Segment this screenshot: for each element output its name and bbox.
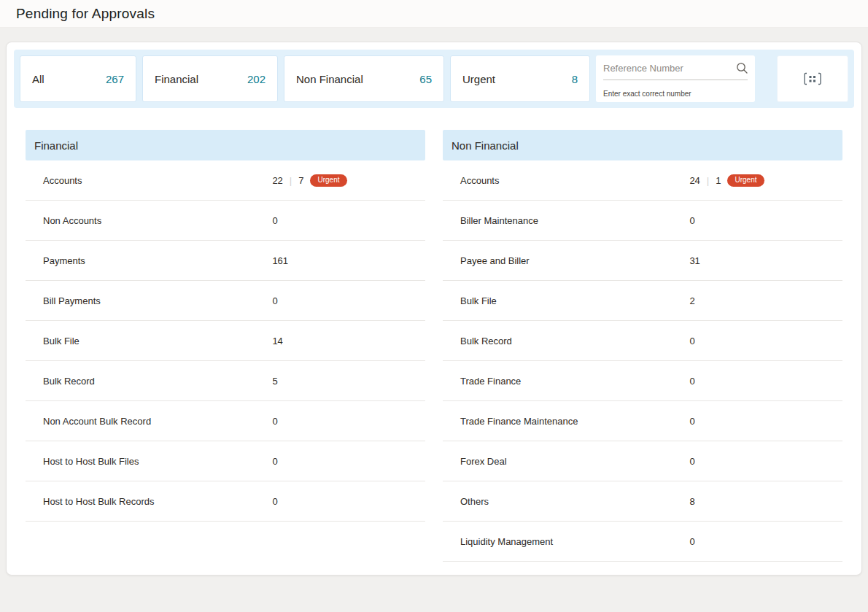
row-count: 0: [272, 416, 277, 427]
row-count: 0: [272, 295, 277, 306]
row-label: Liquidity Management: [460, 536, 689, 547]
filter-tab-label: Financial: [155, 73, 198, 85]
approval-row-host-to-host-bulk-files[interactable]: Host to Host Bulk Files0: [26, 441, 425, 481]
filter-tab-count: 65: [419, 73, 432, 85]
approval-row-forex-deal[interactable]: Forex Deal0: [443, 441, 842, 481]
row-counts: 0: [689, 536, 694, 547]
row-label: Trade Finance Maintenance: [460, 416, 689, 427]
approval-row-bulk-file[interactable]: Bulk File14: [26, 321, 425, 361]
row-count: 0: [272, 215, 277, 226]
row-label: Non Accounts: [43, 215, 272, 226]
search-button[interactable]: [732, 62, 748, 74]
count-divider: |: [290, 175, 292, 186]
panels-container: Financial Accounts22|7UrgentNon Accounts…: [7, 115, 861, 575]
list-view-icon: [804, 72, 821, 85]
row-counts: 0: [272, 496, 277, 507]
approval-row-bulk-record[interactable]: Bulk Record0: [443, 321, 842, 361]
row-count: 14: [272, 336, 282, 346]
row-label: Payments: [43, 255, 272, 266]
approval-row-accounts[interactable]: Accounts24|1Urgent: [443, 160, 842, 201]
page-title: Pending for Approvals: [16, 6, 155, 22]
row-urgent-count: 1: [716, 175, 721, 186]
search-helper-text: Enter exact correct number: [603, 86, 748, 98]
urgent-badge: Urgent: [310, 174, 346, 187]
reference-number-input[interactable]: [603, 63, 732, 74]
row-count: 0: [689, 336, 694, 346]
approval-row-non-account-bulk-record[interactable]: Non Account Bulk Record0: [26, 401, 425, 441]
row-label: Accounts: [43, 175, 272, 186]
row-count: 0: [689, 215, 694, 226]
row-counts: 31: [689, 255, 700, 266]
row-label: Bulk Record: [43, 376, 272, 387]
filter-tab-non-financial[interactable]: Non Financial65: [284, 55, 444, 102]
row-label: Host to Host Bulk Records: [43, 496, 272, 507]
filter-tab-urgent[interactable]: Urgent8: [450, 55, 590, 102]
panel-rows: Accounts24|1UrgentBiller Maintenance0Pay…: [443, 160, 842, 562]
view-toggle-button[interactable]: [777, 55, 848, 102]
filter-bar: All267Financial202Non Financial65Urgent8…: [14, 50, 854, 108]
count-divider: |: [707, 175, 709, 186]
approval-row-payee-and-biller[interactable]: Payee and Biller31: [443, 241, 842, 281]
approval-row-non-accounts[interactable]: Non Accounts0: [26, 201, 425, 241]
approvals-card: All267Financial202Non Financial65Urgent8…: [6, 42, 862, 576]
row-count: 5: [272, 376, 277, 387]
row-label: Bill Payments: [43, 295, 272, 306]
row-counts: 22|7Urgent: [272, 174, 346, 187]
row-urgent-count: 7: [298, 175, 303, 186]
filter-tab-count: 202: [247, 73, 266, 85]
row-count: 24: [689, 175, 700, 186]
row-counts: 5: [272, 376, 277, 387]
row-count: 8: [689, 496, 694, 507]
row-count: 0: [689, 456, 694, 467]
filter-tab-label: Non Financial: [296, 73, 363, 85]
row-count: 0: [272, 496, 277, 507]
approval-row-bulk-record[interactable]: Bulk Record5: [26, 361, 425, 401]
approval-row-bill-payments[interactable]: Bill Payments0: [26, 281, 425, 321]
row-counts: 24|1Urgent: [689, 174, 764, 187]
row-counts: 161: [272, 255, 288, 266]
row-counts: 0: [272, 215, 277, 226]
filter-tab-count: 8: [572, 73, 578, 85]
panel-header: Non Financial: [443, 130, 842, 160]
urgent-badge: Urgent: [727, 174, 764, 187]
row-counts: 0: [689, 376, 694, 387]
approval-row-accounts[interactable]: Accounts22|7Urgent: [26, 160, 425, 201]
row-count: 0: [689, 376, 694, 387]
approval-row-others[interactable]: Others8: [443, 481, 842, 522]
panel-header: Financial: [26, 130, 425, 160]
approval-row-bulk-file[interactable]: Bulk File2: [443, 281, 842, 321]
row-label: Bulk File: [460, 295, 689, 306]
row-counts: 0: [689, 215, 694, 226]
approval-row-host-to-host-bulk-records[interactable]: Host to Host Bulk Records0: [26, 481, 425, 522]
row-label: Trade Finance: [460, 376, 689, 387]
approval-row-liquidity-management[interactable]: Liquidity Management0: [443, 522, 842, 562]
row-label: Bulk Record: [460, 336, 689, 346]
row-count: 0: [272, 456, 277, 467]
row-count: 31: [689, 255, 700, 266]
reference-search-box: Enter exact correct number: [596, 55, 755, 102]
row-counts: 0: [272, 456, 277, 467]
row-count: 22: [272, 175, 282, 186]
row-counts: 0: [272, 416, 277, 427]
filter-tab-count: 267: [106, 73, 124, 85]
row-label: Host to Host Bulk Files: [43, 456, 272, 467]
row-count: 0: [689, 416, 694, 427]
filter-tab-financial[interactable]: Financial202: [142, 55, 278, 102]
row-counts: 8: [689, 496, 694, 507]
row-label: Others: [460, 496, 689, 507]
search-icon: [736, 62, 748, 74]
row-label: Accounts: [460, 175, 689, 186]
filter-tab-all[interactable]: All267: [20, 55, 136, 102]
panel-non-financial: Non Financial Accounts24|1UrgentBiller M…: [443, 130, 842, 562]
filter-tab-label: All: [32, 73, 44, 85]
row-count: 161: [272, 255, 288, 266]
row-label: Biller Maintenance: [460, 215, 689, 226]
approval-row-payments[interactable]: Payments161: [26, 241, 425, 281]
filter-tabs: All267Financial202Non Financial65Urgent8: [20, 55, 590, 102]
approval-row-trade-finance[interactable]: Trade Finance0: [443, 361, 842, 401]
row-label: Non Account Bulk Record: [43, 416, 272, 427]
row-counts: 14: [272, 336, 282, 346]
approval-row-biller-maintenance[interactable]: Biller Maintenance0: [443, 201, 842, 241]
row-counts: 0: [689, 456, 694, 467]
approval-row-trade-finance-maintenance[interactable]: Trade Finance Maintenance0: [443, 401, 842, 441]
